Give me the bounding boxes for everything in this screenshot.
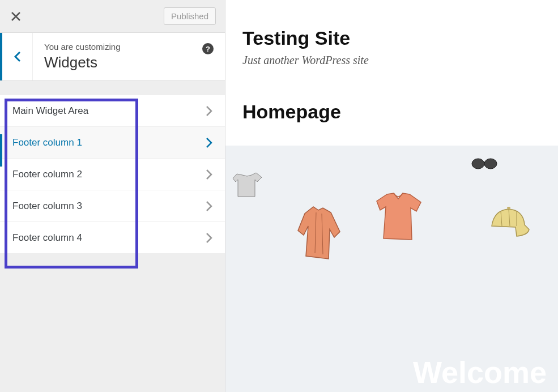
panel-header: You are customizing Widgets ? xyxy=(0,33,225,81)
jacket-illustration xyxy=(293,202,344,265)
tshirt-gray-illustration xyxy=(230,168,266,202)
close-icon xyxy=(11,11,21,22)
site-header: Testing Site Just another WordPress site xyxy=(225,0,558,101)
widget-area-label: Main Widget Area xyxy=(12,105,88,117)
chevron-left-icon xyxy=(14,50,22,63)
site-tagline: Just another WordPress site xyxy=(242,54,541,67)
customizer-sidebar: Published You are customizing Widgets ? … xyxy=(0,0,225,392)
panel-title: Widgets xyxy=(44,54,214,71)
help-icon: ? xyxy=(206,45,210,53)
active-indicator xyxy=(0,134,2,167)
panel-header-content: You are customizing Widgets ? xyxy=(33,33,225,80)
chevron-right-icon xyxy=(206,201,212,212)
panel-subtitle: You are customizing xyxy=(44,42,214,52)
widget-area-footer-3[interactable]: Footer column 3 xyxy=(0,190,225,222)
widget-area-footer-4[interactable]: Footer column 4 xyxy=(0,221,225,254)
site-preview: Testing Site Just another WordPress site… xyxy=(225,0,558,392)
tshirt-orange-illustration xyxy=(370,189,427,245)
svg-point-0 xyxy=(472,159,484,169)
published-button[interactable]: Published xyxy=(164,7,216,25)
hero-section: Welcome xyxy=(225,146,558,392)
chevron-right-icon xyxy=(206,137,212,148)
hero-welcome-text: Welcome xyxy=(413,355,547,390)
widget-area-label: Footer column 4 xyxy=(12,232,82,244)
widget-area-footer-1[interactable]: Footer column 1 xyxy=(0,126,225,159)
top-bar: Published xyxy=(0,0,225,33)
widget-area-list: Main Widget Area Footer column 1 Footer … xyxy=(0,81,225,253)
cap-illustration xyxy=(484,202,533,243)
help-button[interactable]: ? xyxy=(202,43,214,54)
chevron-right-icon xyxy=(206,169,212,180)
widget-area-label: Footer column 1 xyxy=(12,137,82,148)
widget-area-main[interactable]: Main Widget Area xyxy=(0,95,225,127)
widget-area-label: Footer column 3 xyxy=(12,201,82,212)
page-heading: Homepage xyxy=(225,101,558,146)
sunglasses-illustration xyxy=(470,156,499,172)
back-button[interactable] xyxy=(0,33,33,80)
svg-point-1 xyxy=(484,159,497,169)
close-button[interactable] xyxy=(9,10,23,23)
widget-area-label: Footer column 2 xyxy=(12,169,82,180)
site-title: Testing Site xyxy=(242,27,541,49)
chevron-right-icon xyxy=(206,105,212,117)
chevron-right-icon xyxy=(206,232,212,244)
svg-point-2 xyxy=(507,207,510,209)
widget-area-footer-2[interactable]: Footer column 2 xyxy=(0,158,225,190)
